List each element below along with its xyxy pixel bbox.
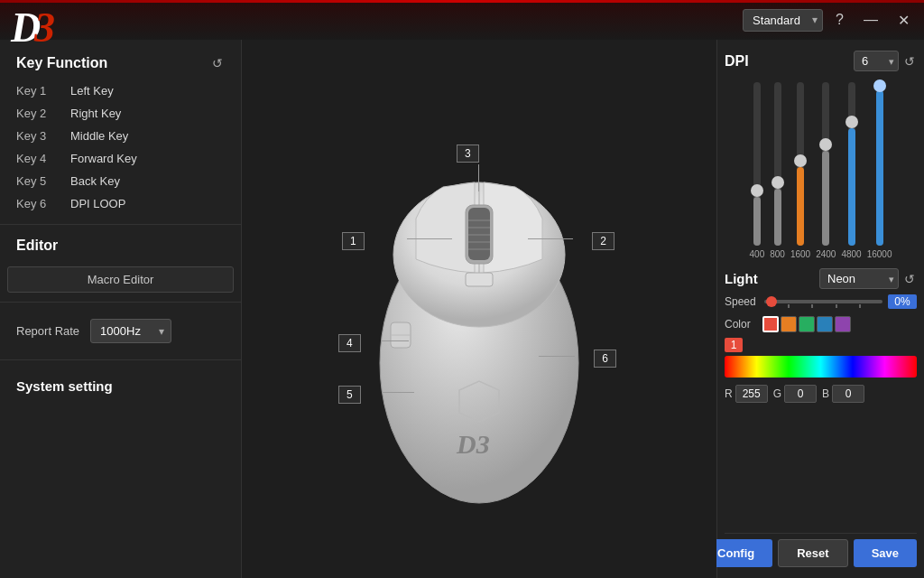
dpi-sliders: 400 800 1600 (725, 79, 917, 259)
speed-tick-4 (859, 304, 861, 308)
minimize-button[interactable]: — (856, 8, 885, 32)
key-row-1[interactable]: Key 1 Left Key (9, 79, 232, 102)
mouse-diagram-area: D3 1 2 3 4 5 (326, 92, 633, 526)
reset-button[interactable]: Reset (778, 539, 847, 567)
dpi-select-wrapper[interactable]: 1 2 3 4 5 6 (854, 51, 899, 71)
key-function-refresh[interactable]: ↺ (210, 54, 225, 72)
report-rate-label: Report Rate (16, 324, 79, 338)
profile-select[interactable]: Standard Profile 1 Profile 2 Profile 3 (743, 9, 823, 32)
svg-rect-7 (468, 208, 490, 260)
title-bar: D 3 Standard Profile 1 Profile 2 Profile… (0, 0, 924, 40)
dpi-label-2400: 2400 (816, 249, 836, 259)
color-swatch-4[interactable] (817, 316, 833, 332)
speed-thumb[interactable] (766, 296, 777, 307)
key-function-title: Key Function (16, 55, 107, 71)
report-rate-select[interactable]: 125Hz 250Hz 500Hz 1000Hz (90, 319, 171, 343)
rgb-r-label: R (725, 387, 733, 400)
dpi-label-16000: 16000 (867, 249, 892, 259)
color-swatch-1[interactable] (762, 316, 779, 332)
dpi-slider-1600: 1600 (790, 82, 810, 259)
macro-editor-button[interactable]: Macro Editor (7, 266, 234, 293)
diagram-label-4: 4 (338, 334, 361, 352)
dpi-slider-400: 400 (750, 82, 765, 259)
key-row-3[interactable]: Key 3 Middle Key (9, 125, 232, 147)
light-controls: Static Neon Breathing Off ↺ (819, 268, 917, 289)
key-4-value: Forward Key (70, 152, 137, 165)
color-swatch-3[interactable] (799, 316, 815, 332)
center-panel: D3 1 2 3 4 5 (242, 40, 716, 578)
app-logo: D 3 (9, 4, 63, 49)
light-select[interactable]: Static Neon Breathing Off (819, 268, 899, 289)
dpi-slider-4800: 4800 (841, 82, 861, 259)
speed-slider[interactable] (764, 294, 882, 309)
color-swatch-5[interactable] (835, 316, 851, 332)
key-4-name: Key 4 (16, 152, 70, 165)
dpi-label-400: 400 (750, 249, 765, 259)
key-row-6[interactable]: Key 6 DPI LOOP (9, 192, 232, 215)
key-6-name: Key 6 (16, 197, 70, 210)
dpi-slider-2400: 2400 (816, 82, 836, 259)
light-title: Light (725, 271, 758, 286)
key-1-name: Key 1 (16, 84, 70, 98)
speed-tick-2 (811, 304, 813, 308)
spacer (725, 403, 917, 533)
rgb-r-value[interactable]: 255 (735, 385, 768, 403)
rgb-g-label: G (773, 387, 781, 400)
dpi-label-1600: 1600 (790, 249, 810, 259)
rgb-b-label: B (822, 387, 829, 400)
rgb-g-component: G 0 (773, 385, 817, 403)
save-button[interactable]: Save (854, 539, 917, 567)
dpi-controls: 1 2 3 4 5 6 ↺ (854, 51, 917, 71)
key-row-4[interactable]: Key 4 Forward Key (9, 147, 232, 170)
dpi-refresh-button[interactable]: ↺ (902, 52, 917, 70)
close-button[interactable]: ✕ (891, 8, 917, 33)
profile-select-wrapper[interactable]: Standard Profile 1 Profile 2 Profile 3 (743, 9, 823, 32)
label-line-1 (407, 238, 452, 239)
rgb-r-component: R 255 (725, 385, 768, 403)
rgb-b-value[interactable]: 0 (832, 385, 864, 403)
dpi-select[interactable]: 1 2 3 4 5 6 (854, 51, 899, 71)
system-setting-button[interactable]: System setting (0, 369, 241, 403)
label-line-5 (382, 392, 414, 393)
label-line-2 (528, 238, 573, 239)
color-swatch-2[interactable] (781, 316, 797, 332)
speed-row: Speed 0% (725, 294, 917, 309)
dpi-slider-16000: 16000 (867, 82, 892, 259)
color-row: Color (725, 316, 917, 332)
dpi-label-800: 800 (770, 249, 785, 259)
title-controls: Standard Profile 1 Profile 2 Profile 3 ?… (743, 8, 917, 33)
key-3-value: Middle Key (70, 129, 128, 143)
dpi-header: DPI 1 2 3 4 5 6 ↺ (725, 51, 917, 71)
label-line-4 (382, 340, 409, 341)
key-6-value: DPI LOOP (70, 197, 125, 210)
color-label: Color (725, 318, 759, 331)
light-select-wrapper[interactable]: Static Neon Breathing Off (819, 268, 899, 289)
svg-text:3: 3 (33, 5, 55, 49)
key-5-value: Back Key (70, 174, 120, 188)
rgb-row: R 255 G 0 B 0 (725, 385, 917, 403)
dpi-label-4800: 4800 (841, 249, 861, 259)
svg-rect-13 (466, 273, 493, 286)
diagram-label-2: 2 (592, 232, 614, 250)
report-rate-select-wrapper[interactable]: 125Hz 250Hz 500Hz 1000Hz (90, 319, 171, 343)
key-5-name: Key 5 (16, 174, 70, 188)
key-1-value: Left Key (70, 84, 114, 98)
speed-label: Speed (725, 295, 759, 308)
key-table: Key 1 Left Key Key 2 Right Key Key 3 Mid… (0, 79, 241, 215)
key-2-value: Right Key (70, 107, 121, 120)
help-button[interactable]: ? (828, 8, 851, 32)
mouse-svg: D3 (326, 92, 633, 526)
key-2-name: Key 2 (16, 107, 70, 120)
divider-1 (0, 224, 241, 225)
speed-value: 0% (888, 294, 917, 309)
divider-3 (0, 359, 241, 360)
color-gradient-picker[interactable] (725, 356, 917, 378)
key-row-5[interactable]: Key 5 Back Key (9, 170, 232, 192)
key-function-header: Key Function ↺ (0, 51, 241, 79)
main-content: Key Function ↺ Key 1 Left Key Key 2 Righ… (0, 40, 924, 578)
rgb-b-component: B 0 (822, 385, 864, 403)
dpi-title: DPI (725, 53, 749, 70)
light-refresh-button[interactable]: ↺ (902, 270, 917, 288)
key-row-2[interactable]: Key 2 Right Key (9, 102, 232, 125)
rgb-g-value[interactable]: 0 (784, 385, 817, 403)
